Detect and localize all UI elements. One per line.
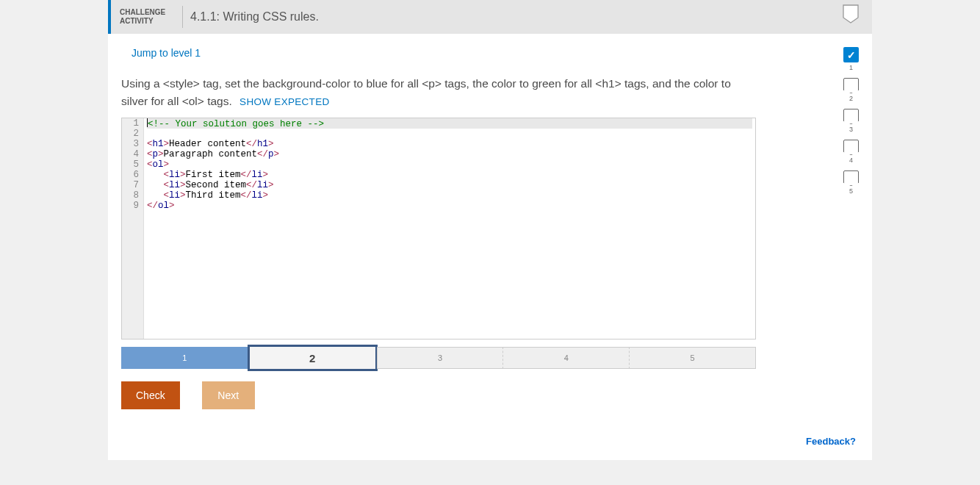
code-line[interactable]: </ol> xyxy=(147,201,752,211)
step-3[interactable]: 3 xyxy=(377,347,504,369)
shield-icon xyxy=(843,170,859,186)
code-line[interactable]: <!-- Your solution goes here --> xyxy=(147,118,752,129)
step-2[interactable]: 2 xyxy=(248,345,378,371)
code-line[interactable]: <p>Paragraph content</p> xyxy=(147,149,752,159)
code-line[interactable]: <li>Second item</li> xyxy=(147,180,752,190)
shield-icon xyxy=(843,109,859,124)
activity-title: 4.1.1: Writing CSS rules. xyxy=(190,10,319,24)
check-button[interactable]: Check xyxy=(121,381,180,409)
step-4[interactable]: 4 xyxy=(502,347,630,369)
step-5[interactable]: 5 xyxy=(629,347,756,369)
level-steps-bar: 12345 xyxy=(121,347,756,371)
code-line[interactable] xyxy=(147,129,752,139)
instructions-text: Using a <style> tag, set the background-… xyxy=(121,75,859,110)
activity-content: 12345 Jump to level 1 Using a <style> ta… xyxy=(108,34,872,460)
header-divider xyxy=(182,6,183,28)
progress-step-number: 3 xyxy=(849,126,853,133)
feedback-link[interactable]: Feedback? xyxy=(121,436,859,447)
code-line[interactable]: <li>First item</li> xyxy=(147,170,752,180)
activity-type-label: CHALLENGE ACTIVITY xyxy=(120,8,175,26)
shield-icon xyxy=(843,78,859,93)
check-icon xyxy=(843,47,859,62)
show-expected-link[interactable]: SHOW EXPECTED xyxy=(239,96,329,107)
shield-icon xyxy=(843,4,859,26)
progress-step-number: 4 xyxy=(849,157,853,164)
activity-panel: CHALLENGE ACTIVITY 4.1.1: Writing CSS ru… xyxy=(108,0,872,460)
activity-header: CHALLENGE ACTIVITY 4.1.1: Writing CSS ru… xyxy=(108,0,872,34)
progress-step-4[interactable]: 4 xyxy=(843,140,859,168)
code-line[interactable]: <ol> xyxy=(147,159,752,170)
level-progress-sidebar: 12345 xyxy=(843,47,859,199)
shield-icon xyxy=(843,140,859,155)
code-body[interactable]: <!-- Your solution goes here --><h1>Head… xyxy=(144,118,755,339)
jump-to-level-link[interactable]: Jump to level 1 xyxy=(131,47,201,59)
next-button: Next xyxy=(202,381,255,409)
code-line[interactable]: <li>Third item</li> xyxy=(147,190,752,201)
progress-step-3[interactable]: 3 xyxy=(843,109,859,137)
progress-step-number: 1 xyxy=(849,64,853,71)
line-gutter: 123456789 xyxy=(122,118,144,339)
code-editor[interactable]: 123456789 <!-- Your solution goes here -… xyxy=(121,118,756,340)
progress-step-5[interactable]: 5 xyxy=(843,170,859,199)
action-buttons: Check Next xyxy=(121,381,859,409)
progress-step-1[interactable]: 1 xyxy=(843,47,859,76)
step-1[interactable]: 1 xyxy=(121,347,248,369)
progress-step-number: 5 xyxy=(849,187,853,195)
progress-step-2[interactable]: 2 xyxy=(843,78,859,107)
progress-step-number: 2 xyxy=(849,95,853,102)
code-line[interactable]: <h1>Header content</h1> xyxy=(147,139,752,149)
